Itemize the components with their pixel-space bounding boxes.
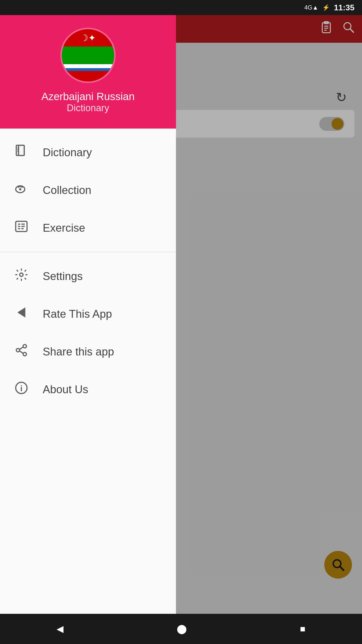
- settings-label: Settings: [43, 270, 83, 283]
- share-label: Share this app: [43, 345, 114, 358]
- rate-label: Rate This App: [43, 308, 112, 320]
- menu-item-share[interactable]: Share this app: [0, 333, 176, 371]
- dictionary-icon: [13, 144, 30, 161]
- flag-blue-stripe: [62, 68, 114, 71]
- menu-item-settings[interactable]: Settings: [0, 257, 176, 295]
- share-icon: [13, 343, 30, 360]
- dictionary-label: Dictionary: [43, 146, 92, 159]
- rate-icon: [13, 306, 30, 322]
- collection-icon: [13, 182, 30, 198]
- exercise-label: Exercise: [43, 222, 85, 234]
- clock: 11:35: [334, 3, 354, 12]
- drawer-header: ☽✦ Azerbaijani Russian Dictionary: [0, 15, 176, 129]
- app-title-line1: Azerbaijani Russian: [41, 91, 134, 103]
- battery-icon: ⚡: [322, 4, 330, 11]
- svg-line-29: [19, 351, 23, 353]
- menu-item-exercise[interactable]: Exercise: [0, 209, 176, 247]
- settings-icon: [13, 268, 30, 285]
- back-button[interactable]: ◀: [57, 624, 64, 634]
- status-bar: 4G▲ ⚡ 11:35: [0, 0, 362, 15]
- svg-rect-14: [19, 145, 24, 156]
- flag-circle: ☽✦: [60, 28, 116, 83]
- recents-button[interactable]: ■: [300, 624, 305, 634]
- flag-white-stripe: [62, 64, 114, 68]
- app-title-container: Azerbaijani Russian Dictionary: [41, 91, 134, 113]
- flag-green-stripe: [62, 47, 114, 64]
- dim-overlay[interactable]: [176, 15, 362, 614]
- collection-label: Collection: [43, 184, 91, 196]
- drawer-menu: Dictionary Collection: [0, 129, 176, 614]
- svg-point-16: [19, 188, 21, 190]
- crescent-star-icon: ☽✦: [80, 33, 96, 43]
- home-button[interactable]: ⬤: [177, 624, 187, 634]
- flag-red-stripe: ☽✦: [62, 29, 114, 47]
- signal-icon: 4G▲: [304, 4, 318, 11]
- flag-bottom-red: [62, 71, 114, 82]
- svg-point-32: [21, 385, 22, 386]
- about-icon: [13, 381, 30, 398]
- drawer-overlay: ☽✦ Azerbaijani Russian Dictionary: [0, 15, 362, 614]
- navigation-drawer: ☽✦ Azerbaijani Russian Dictionary: [0, 15, 176, 614]
- menu-item-about[interactable]: About Us: [0, 371, 176, 408]
- svg-point-24: [20, 273, 23, 276]
- svg-line-28: [19, 347, 23, 349]
- navigation-bar: ◀ ⬤ ■: [0, 614, 362, 644]
- menu-item-rate[interactable]: Rate This App: [0, 295, 176, 333]
- menu-item-dictionary[interactable]: Dictionary: [0, 134, 176, 171]
- menu-divider: [0, 252, 176, 252]
- app-title-line2: Dictionary: [41, 103, 134, 113]
- about-label: About Us: [43, 383, 88, 396]
- menu-item-collection[interactable]: Collection: [0, 171, 176, 209]
- exercise-icon: [13, 220, 30, 236]
